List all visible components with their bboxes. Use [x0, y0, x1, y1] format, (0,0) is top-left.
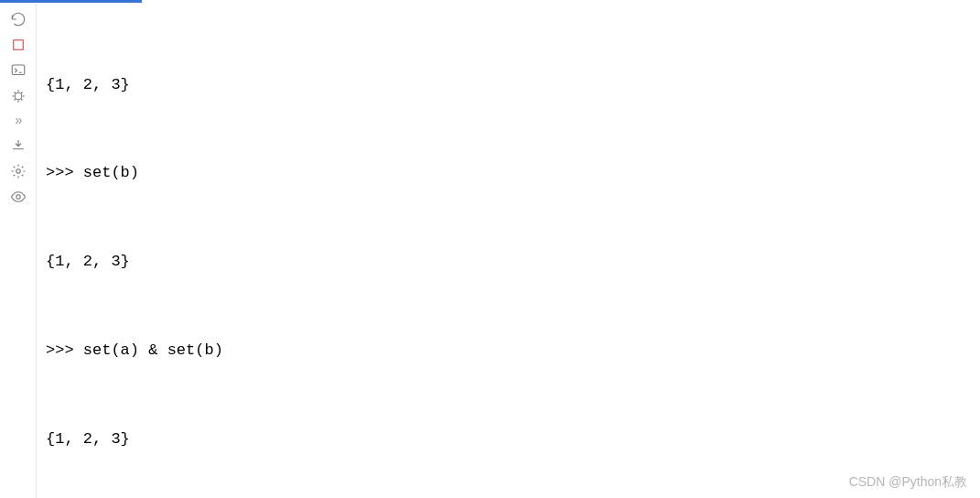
rerun-icon[interactable]	[10, 11, 27, 27]
output-line: {1, 2, 3}	[46, 247, 971, 276]
python-console[interactable]: {1, 2, 3} >>> set(b) {1, 2, 3} >>> set(a…	[37, 4, 980, 498]
svg-point-4	[16, 195, 20, 200]
eye-icon[interactable]	[10, 189, 27, 205]
svg-rect-1	[12, 65, 25, 75]
svg-point-3	[16, 169, 20, 174]
action-gutter: »	[0, 4, 37, 498]
chevrons-icon[interactable]: »	[15, 114, 20, 128]
stop-icon[interactable]	[10, 37, 27, 53]
input-line: >>> set(a) & set(b)	[46, 336, 971, 365]
output-line: {1, 2, 3}	[46, 70, 971, 100]
console-icon[interactable]	[10, 62, 27, 79]
svg-point-2	[15, 92, 22, 100]
svg-rect-0	[13, 40, 23, 50]
input-line: >>> set(b)	[46, 158, 971, 188]
settings-icon[interactable]	[10, 163, 27, 179]
main-container: » {1, 2, 3} >>> set(b) {1, 2, 3} >>> set…	[0, 0, 980, 498]
download-icon[interactable]	[10, 137, 27, 154]
watermark-text: CSDN @Python私教	[849, 474, 967, 491]
output-line: {1, 2, 3}	[46, 425, 971, 454]
top-accent-border	[0, 0, 142, 3]
debug-icon[interactable]	[10, 88, 27, 104]
